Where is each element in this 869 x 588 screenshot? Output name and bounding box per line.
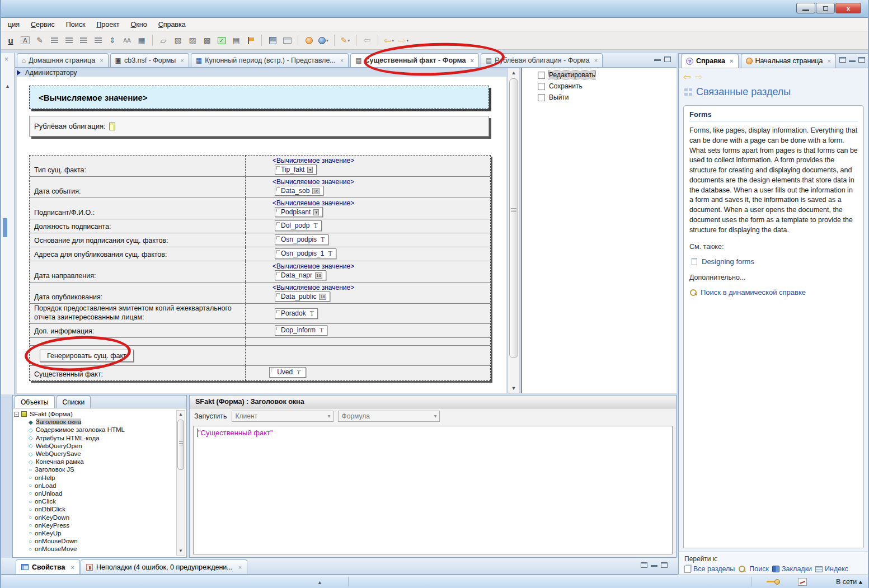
tree-item[interactable]: ○onDblClick (14, 505, 175, 513)
menu-item-search[interactable]: Поиск (60, 19, 91, 30)
scroll-down-icon[interactable]: ▼ (508, 384, 519, 393)
minimize-pane-icon[interactable] (651, 562, 657, 567)
back-icon[interactable]: ⇦▾ (382, 34, 396, 47)
tab-home-page[interactable]: ⌂ Домашняя страница × (17, 53, 109, 67)
action-edit[interactable]: Редактировать (538, 71, 677, 79)
tree-item[interactable]: ○onKeyDown (14, 513, 175, 521)
open-in-window-icon[interactable] (839, 57, 846, 63)
checkbox-icon[interactable] (538, 72, 545, 79)
copy-icon[interactable]: ▧ (171, 34, 185, 47)
section-arrow-icon[interactable] (17, 70, 21, 76)
formula-code[interactable]: "Существенный факт" (197, 429, 273, 437)
tab-close-icon[interactable]: × (180, 57, 184, 64)
align-justify-icon[interactable] (62, 34, 76, 47)
paste-icon[interactable]: ▨ (186, 34, 199, 47)
collapse-panel-icon[interactable]: ▲ (317, 580, 322, 585)
tree-item[interactable]: ◆Заголовок окна (14, 418, 175, 426)
checkbox-icon[interactable] (538, 94, 545, 101)
language-select[interactable]: Формула (338, 411, 440, 422)
document-link-icon[interactable] (109, 123, 115, 130)
tree-item[interactable]: ◇Атрибуты HTML-кода (14, 434, 175, 442)
tree-root[interactable]: − SFakt (Форма) (14, 410, 175, 418)
minimize-pane-icon[interactable] (849, 58, 856, 62)
formula-editor[interactable]: "Существенный факт" (193, 426, 673, 554)
tab-close-icon[interactable]: × (100, 57, 103, 64)
tab-close-icon[interactable]: × (238, 564, 242, 571)
help-back-icon[interactable]: ⇦ (683, 72, 690, 82)
panel-close-icon[interactable]: × (4, 55, 8, 63)
tab-cb3-forms[interactable]: ▣ cb3.nsf - Формы × (110, 53, 189, 67)
page-layout-icon[interactable]: ▤ (229, 34, 243, 47)
menu-item-window[interactable]: Окно (125, 19, 153, 30)
field-dol-podp[interactable]: Dol_podp (275, 220, 322, 231)
tree-item[interactable]: ○onKeyUp (14, 529, 175, 537)
field-podpisant[interactable]: Podpisant (275, 207, 323, 217)
field-poradok[interactable]: Poradok (275, 308, 318, 319)
checkbox-icon[interactable] (538, 83, 545, 90)
insert-shared-icon[interactable]: ▩ (200, 34, 214, 47)
tree-item[interactable]: ◇WebQueryOpen (14, 442, 175, 450)
tree-item[interactable]: ○onLoad (14, 482, 175, 490)
field-data-public[interactable]: Data_public (275, 291, 330, 302)
tab-problems[interactable]: Неполадки (4 ошибок, 0 предупреждени... … (81, 559, 247, 574)
tree-item[interactable]: ○Заголовок JS (14, 465, 175, 473)
goto-bookmarks[interactable]: Закладки (772, 565, 812, 573)
field-osn-podpis[interactable]: Osn_podpis (275, 234, 328, 245)
align-right-icon[interactable] (91, 34, 105, 47)
panel-accent-thumb[interactable] (3, 218, 7, 237)
tab-coupon-period-view[interactable]: ▦ Купонный период (встр.) - Представле..… (191, 53, 349, 67)
scroll-up-icon[interactable]: ▲ (177, 411, 185, 418)
text-properties-icon[interactable]: A (18, 34, 32, 47)
line-spacing-icon[interactable]: ⇕ (106, 34, 119, 47)
tab-close-icon[interactable]: × (827, 58, 830, 64)
scrollbar-thumb[interactable] (509, 78, 518, 358)
tree-item[interactable]: ○onKeyPress (14, 521, 175, 529)
spreadsheet-icon[interactable]: ✓ (215, 34, 228, 47)
field-dop-inform[interactable]: Dop_inform (275, 325, 327, 336)
tab-lists[interactable]: Списки (57, 396, 91, 408)
sign-icon[interactable]: ✎▾ (339, 34, 352, 47)
breadcrumb-label[interactable]: Администратору (25, 69, 77, 77)
maximize-pane-icon[interactable] (661, 562, 668, 568)
link-designing-forms[interactable]: Designing forms (689, 257, 858, 266)
goto-search[interactable]: Поиск (738, 565, 769, 573)
menu-item-help[interactable]: Справка (153, 19, 191, 30)
field-data-napr[interactable]: Data_napr (275, 270, 326, 280)
tab-help[interactable]: ? Справка × (681, 54, 739, 68)
tab-close-icon[interactable]: × (730, 58, 733, 64)
tab-close-icon[interactable]: × (340, 57, 344, 64)
table-icon[interactable]: ▦ (135, 34, 148, 47)
align-center-icon[interactable] (48, 34, 61, 47)
form-banner-computed-value[interactable]: <Вычисляемое значение> (29, 86, 489, 109)
align-left-icon[interactable] (77, 34, 90, 47)
form-scrollbar[interactable]: ▲ ▼ (508, 68, 520, 393)
tree-item[interactable]: ○onMouseDown (14, 537, 175, 545)
open-in-window-icon[interactable] (641, 562, 647, 568)
menu-item-project[interactable]: Проект (91, 19, 125, 30)
tree-item[interactable]: ○onUnload (14, 490, 175, 497)
underline-icon[interactable]: u (4, 34, 17, 47)
flag-icon[interactable] (244, 34, 257, 47)
find-text-icon[interactable]: AA (120, 34, 134, 47)
field-data-sob[interactable]: Data_sob (275, 186, 323, 196)
replicate-icon[interactable]: ▾ (317, 34, 330, 47)
action-exit[interactable]: Выйти (538, 93, 677, 101)
title-bar[interactable]: x (1, 0, 868, 18)
menu-item-service[interactable]: Сервис (25, 19, 60, 30)
close-button[interactable]: x (835, 3, 861, 13)
security-key-icon[interactable] (767, 579, 780, 585)
scroll-up-icon[interactable]: ▲ (5, 83, 10, 89)
save-icon[interactable] (266, 34, 279, 47)
minimize-button[interactable] (796, 3, 815, 13)
browser-preview-icon[interactable] (302, 34, 316, 47)
field-osn-podpis-1[interactable]: Osn_podpis_1 (275, 248, 336, 259)
maximize-pane-icon[interactable] (858, 57, 865, 63)
menu-item-truncated[interactable]: ция (2, 19, 25, 30)
run-target-select[interactable]: Клиент (232, 411, 333, 422)
tree-item[interactable]: ◇Содержимое заголовка HTML (14, 426, 175, 434)
link-dynamic-help-search[interactable]: Поиск в динамической справке (689, 288, 858, 297)
print-icon[interactable] (280, 34, 294, 47)
minimize-pane-icon[interactable] (654, 57, 661, 61)
action-save[interactable]: Сохранить (538, 82, 677, 90)
tab-objects[interactable]: Объекты (15, 396, 55, 408)
